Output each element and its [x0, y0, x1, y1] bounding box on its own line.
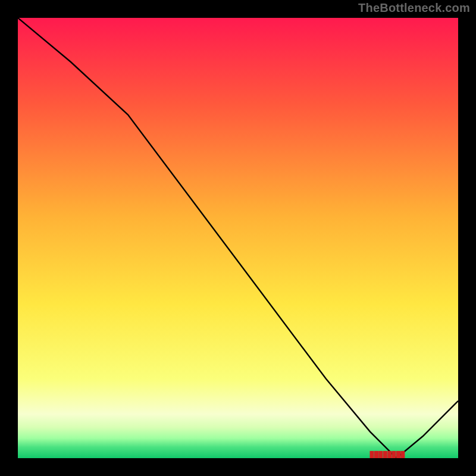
gradient-background [18, 18, 458, 458]
plot-area: ████████ [18, 18, 458, 458]
attribution-text: TheBottleneck.com [358, 1, 470, 15]
minimum-marker-label: ████████ [370, 451, 405, 458]
chart-frame: TheBottleneck.com ████████ [0, 0, 476, 476]
chart-svg [18, 18, 458, 458]
